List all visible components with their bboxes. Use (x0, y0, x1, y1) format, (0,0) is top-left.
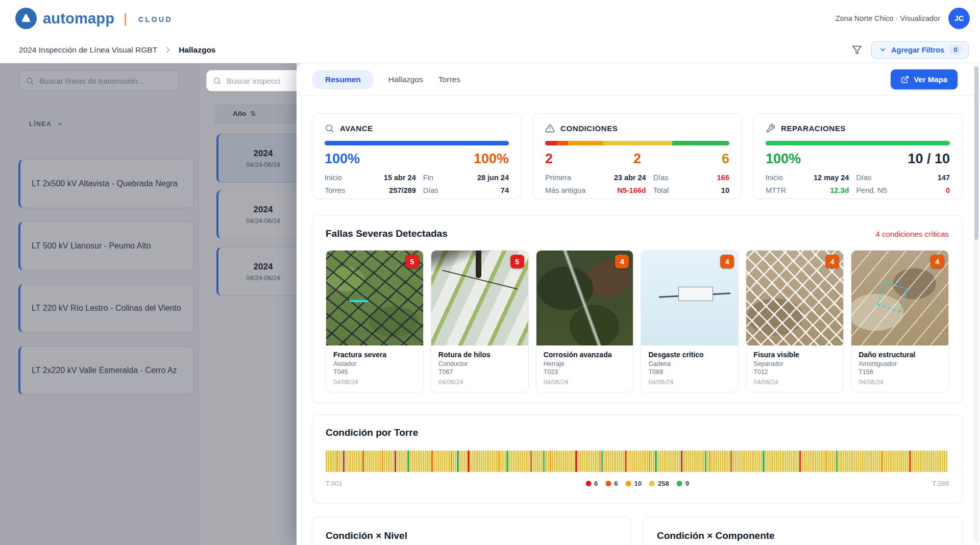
failure-title: Daño estructural (859, 351, 941, 359)
kpi-value: 147 (894, 171, 950, 184)
failure-title: Rotura de hilos (438, 351, 521, 359)
legend-dot (626, 481, 631, 486)
logo-drop-icon (15, 8, 37, 29)
inspections-search-input[interactable] (227, 77, 302, 85)
condiciones-n1: 2 (545, 151, 553, 167)
failure-title: Fisura visible (753, 351, 836, 359)
failure-tower: T012 (753, 368, 836, 376)
kpi-label: MTTR (766, 184, 786, 196)
legend-item: 6 (605, 480, 618, 487)
kpi-value: 15 abr 24 (352, 171, 415, 184)
failure-component: Amortiguador (859, 360, 941, 367)
kpi-value: 257/289 (352, 184, 415, 196)
failure-date: 04/06/24 (648, 379, 731, 386)
kpi-label: Días (653, 171, 669, 184)
kpi-value: 12 may 24 (793, 171, 849, 184)
failure-badge: 4 (930, 255, 944, 268)
failure-card[interactable]: 4 Corrosión avanzada Herraje T023 04/06/… (536, 250, 634, 392)
condition-by-component-card: Condición × Componente (643, 516, 963, 545)
kpi-label: Primera (545, 171, 585, 184)
failure-date: 04/06/24 (859, 379, 941, 386)
scrollbar-thumb[interactable] (974, 66, 978, 240)
failure-card[interactable]: 4 Desgaste crítico Cadena T089 04/06/24 (641, 250, 739, 392)
failure-photo: 4 (851, 251, 948, 345)
failure-tower: T067 (438, 368, 521, 376)
kpi-label: Fin (423, 171, 438, 184)
critical-conditions-link[interactable]: 4 condiciones críticas (876, 230, 949, 238)
avance-pct-right: 100% (474, 151, 509, 167)
failure-component: Conductor (438, 360, 521, 367)
failure-badge: 4 (720, 255, 734, 268)
failure-photo: 4 (536, 251, 633, 345)
tab-hallazgos[interactable]: Hallazgos (387, 70, 424, 89)
severe-failures-section: Fallas Severas Detectadas 4 condiciones … (312, 215, 963, 403)
failure-photo: 5 (431, 251, 528, 345)
condiciones-n2: 2 (633, 151, 641, 167)
failure-card[interactable]: 4 Fisura visible Separador T012 04/06/24 (746, 250, 844, 392)
warning-triangle-icon (545, 123, 555, 133)
sheet-scrollbar (974, 65, 979, 543)
legend-dot (677, 481, 682, 486)
strip-legend: 6 6 10 258 9 (585, 480, 689, 487)
failure-date: 04/06/24 (438, 379, 521, 386)
failure-card[interactable]: 5 Rotura de hilos Conductor T067 04/06/2… (431, 250, 529, 392)
add-filters-button[interactable]: Agregar Filtros 0 (871, 41, 969, 59)
view-map-label: Ver Mapa (914, 75, 947, 84)
failure-photo: 5 (326, 251, 423, 345)
kpi-condiciones: CONDICIONES 2 2 6 Primera23 abr 24 Días1… (532, 113, 742, 199)
inspections-search[interactable] (206, 70, 308, 91)
tab-torres[interactable]: Torres (437, 70, 461, 89)
legend-item: 6 (585, 480, 598, 487)
kpi-title-label: CONDICIONES (560, 124, 618, 133)
avance-bar (325, 141, 509, 145)
brand-suffix: CLOUD (138, 15, 173, 23)
kpi-value: 23 abr 24 (593, 171, 646, 184)
failure-component: Aislador (333, 360, 416, 367)
brand-logo[interactable]: automapp | CLOUD (15, 8, 173, 29)
tab-bar: Resumen Hallazgos Torres Ver Mapa (297, 63, 980, 96)
app-window: automapp | CLOUD Zona Norte Chico · Visu… (0, 0, 980, 545)
condition-per-tower-title: Condición por Torre (326, 427, 949, 438)
chevron-right-icon (164, 46, 172, 54)
filter-funnel-icon[interactable] (852, 45, 862, 55)
avance-pct-left: 100% (325, 151, 360, 167)
kpi-label: Días (423, 184, 438, 196)
add-filters-label: Agregar Filtros (891, 46, 944, 54)
failure-badge: 5 (405, 255, 419, 268)
condition-by-component-title: Condición × Componente (657, 530, 949, 541)
view-map-button[interactable]: Ver Mapa (891, 69, 958, 89)
condition-per-tower-section: Condición por Torre T.001 6 6 10 258 9 T… (312, 414, 963, 503)
tab-resumen[interactable]: Resumen (312, 70, 374, 89)
failure-title: Fractura severa (333, 351, 416, 359)
bottom-charts-row: Condición × Nivel Condición × Componente (312, 516, 963, 545)
kpi-label: Más antigua (545, 184, 585, 196)
condition-by-level-title: Condición × Nivel (326, 530, 618, 541)
legend-item: 258 (649, 480, 669, 487)
kpi-label: Inicio (766, 171, 786, 184)
kpi-avance: AVANCE 100% 100% Inicio15 abr 24 Fin28 j… (312, 113, 522, 199)
failure-component: Cadena (648, 360, 731, 367)
kpi-row: AVANCE 100% 100% Inicio15 abr 24 Fin28 j… (312, 113, 963, 199)
reparaciones-bar (766, 141, 950, 145)
breadcrumb-parent[interactable]: 2024 Inspección de Línea Visual RGBT (19, 45, 157, 55)
legend-count: 10 (634, 480, 642, 487)
legend-item: 10 (626, 480, 642, 487)
failure-tower: T089 (648, 368, 731, 376)
condiciones-n3: 6 (722, 151, 729, 167)
failure-card[interactable]: 5 Fractura severa Aislador T045 04/06/24 (326, 250, 424, 392)
failure-card[interactable]: 4 Daño estructural Amortiguador T156 04/… (851, 250, 949, 392)
condition-strip[interactable] (326, 451, 949, 472)
search-icon (325, 123, 334, 133)
failure-tower: T023 (544, 368, 626, 376)
kpi-value: 28 jun 24 (446, 171, 509, 184)
failure-photo: 4 (641, 251, 738, 345)
breadcrumb-bar: 2024 Inspección de Línea Visual RGBT Hal… (0, 37, 980, 63)
reparaciones-ratio: 10 / 10 (908, 151, 950, 167)
failure-date: 04/06/24 (544, 379, 626, 386)
legend-count: 258 (658, 480, 669, 487)
wrench-icon (766, 123, 775, 133)
kpi-reparaciones: REPARACIONES 100% 10 / 10 Inicio12 may 2… (753, 113, 963, 199)
avatar[interactable]: JC (948, 8, 970, 29)
failure-component: Separador (753, 360, 836, 367)
filters-count-badge: 0 (949, 44, 962, 55)
